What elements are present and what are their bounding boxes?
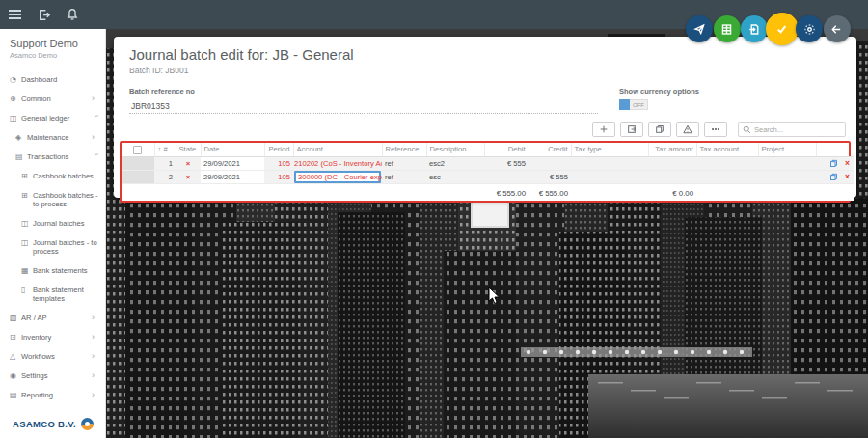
import-button[interactable] bbox=[620, 122, 643, 137]
date-cell[interactable]: 29/09/2021 bbox=[201, 170, 264, 183]
sidebar-item-ar-ap[interactable]: ▧AR / AP› bbox=[0, 308, 105, 327]
credit-cell[interactable]: € 555 bbox=[529, 170, 571, 183]
bell-icon[interactable] bbox=[58, 0, 87, 29]
row-number: 2 bbox=[154, 170, 176, 183]
sidebar-item-label: Journal batches bbox=[33, 219, 99, 228]
search-input[interactable] bbox=[754, 125, 841, 134]
arap-icon: ▧ bbox=[10, 314, 21, 322]
account-dropdown[interactable]: 300000 (DC - Courier expense...▾ bbox=[294, 171, 381, 183]
back-button[interactable] bbox=[824, 15, 851, 42]
tax-amount-cell[interactable] bbox=[648, 156, 696, 170]
col-header-account[interactable]: Account bbox=[293, 143, 382, 156]
copy-row-icon[interactable] bbox=[829, 159, 838, 168]
sidebar-item-label: Dashboard bbox=[21, 75, 99, 84]
export-doc-button[interactable] bbox=[741, 15, 768, 42]
col-header-debit[interactable]: Debit bbox=[484, 143, 529, 156]
col-header-tax-type[interactable]: Tax type bbox=[571, 143, 648, 156]
col-header-tax-account[interactable]: Tax account bbox=[696, 143, 758, 156]
tax-type-cell[interactable] bbox=[571, 170, 648, 183]
sidebar-item-reporting[interactable]: ▤Reporting› bbox=[0, 385, 105, 404]
sidebar-item-bank-statements[interactable]: ▦Bank statements bbox=[0, 260, 105, 280]
warnings-button[interactable] bbox=[676, 122, 699, 137]
sidebar-item-label: Settings bbox=[21, 371, 92, 380]
col-header--#[interactable]: ↑ # bbox=[154, 143, 176, 156]
sidebar-item-journal-batches-to-process[interactable]: ◫Journal batches - to process bbox=[0, 233, 105, 260]
sidebar-item-dashboard[interactable]: ◔Dashboard bbox=[0, 69, 105, 89]
grid-totals-row: € 555.00€ 555.00€ 0.00 bbox=[122, 183, 854, 201]
currency-toggle-label: Show currency options bbox=[619, 87, 699, 96]
description-cell[interactable]: esc2 bbox=[426, 156, 484, 170]
period-cell[interactable]: 105 bbox=[264, 170, 293, 183]
delete-row-icon[interactable]: × bbox=[845, 173, 850, 180]
period-cell[interactable]: 105 bbox=[264, 156, 293, 170]
sidebar-item-common[interactable]: ⊕Common› bbox=[0, 89, 105, 108]
col-header-tax-amount[interactable]: Tax amount bbox=[648, 143, 696, 156]
credit-cell[interactable] bbox=[529, 156, 571, 170]
row-select-cell[interactable] bbox=[122, 156, 154, 170]
row-select-cell[interactable] bbox=[122, 170, 154, 183]
delete-row-icon[interactable]: × bbox=[845, 159, 850, 167]
tax-account-cell[interactable] bbox=[696, 170, 758, 183]
toggle-knob[interactable] bbox=[619, 99, 630, 110]
col-header-project[interactable]: Project bbox=[758, 143, 816, 156]
sidebar-item-maintenance[interactable]: ◈Maintenance› bbox=[0, 127, 105, 147]
chevron-right-icon: › bbox=[92, 314, 99, 322]
col-header-state[interactable]: State bbox=[176, 143, 201, 156]
reporting-icon: ▤ bbox=[10, 391, 21, 399]
account-cell[interactable]: 300000 (DC - Courier expense...▾ bbox=[293, 170, 382, 183]
export-sheet-button[interactable] bbox=[714, 15, 741, 42]
warning-icon bbox=[683, 124, 692, 134]
sidebar-item-cashbook-batches-to-process[interactable]: ⊞Cashbook batches - to process bbox=[0, 185, 105, 213]
approve-button[interactable] bbox=[766, 13, 799, 45]
chevron-down-icon: › bbox=[92, 152, 100, 160]
template-icon: ▯ bbox=[21, 286, 33, 294]
col-header-actions[interactable] bbox=[816, 143, 854, 156]
reference-cell[interactable]: ref bbox=[382, 156, 426, 170]
col-header-credit[interactable]: Credit bbox=[529, 143, 571, 156]
project-cell[interactable] bbox=[758, 156, 816, 170]
col-header-select[interactable] bbox=[122, 143, 154, 156]
sidebar-item-general-ledger[interactable]: ◫General ledger› bbox=[0, 108, 105, 127]
toggle-state-label: OFF bbox=[630, 99, 648, 110]
reference-cell[interactable]: ref bbox=[382, 170, 426, 183]
arrow-left-icon bbox=[830, 23, 843, 36]
more-button[interactable] bbox=[704, 122, 727, 137]
sidebar-item-label: Inventory bbox=[21, 333, 92, 342]
debit-cell[interactable] bbox=[484, 170, 529, 183]
select-all-checkbox[interactable] bbox=[133, 146, 142, 154]
col-header-date[interactable]: Date bbox=[201, 143, 264, 156]
project-cell[interactable] bbox=[758, 170, 816, 183]
sidebar-item-label: Cashbook batches bbox=[33, 172, 99, 180]
tax-account-cell[interactable] bbox=[696, 156, 758, 170]
sidebar-item-cashbook-batches[interactable]: ⊞Cashbook batches bbox=[0, 166, 105, 185]
menu-icon[interactable] bbox=[0, 0, 29, 29]
col-header-description[interactable]: Description bbox=[426, 143, 484, 156]
app-window: Support Demo Asamco Demo ◔Dashboard⊕Comm… bbox=[0, 0, 868, 438]
batch-reference-input[interactable] bbox=[129, 98, 598, 114]
col-header-reference[interactable]: Reference bbox=[382, 143, 426, 156]
sidebar-item-settings[interactable]: ◉Settings› bbox=[0, 366, 105, 385]
copy-row-icon[interactable] bbox=[829, 173, 838, 181]
sidebar-item-journal-batches[interactable]: ◫Journal batches bbox=[0, 213, 105, 233]
add-row-button[interactable] bbox=[592, 122, 615, 137]
col-header-period[interactable]: Period bbox=[264, 143, 293, 156]
account-cell[interactable]: 210202 (CoS - Inventory Adjustm... bbox=[293, 156, 382, 170]
sidebar-item-transactions[interactable]: ▤Transactions› bbox=[0, 147, 105, 166]
send-button[interactable] bbox=[686, 15, 713, 42]
description-cell[interactable]: esc bbox=[426, 170, 484, 183]
duplicate-button[interactable] bbox=[648, 122, 671, 137]
currency-toggle[interactable]: OFF bbox=[619, 99, 648, 110]
tax-type-cell[interactable] bbox=[571, 156, 648, 170]
settings-button[interactable] bbox=[796, 15, 823, 42]
grid-toolbar bbox=[119, 122, 846, 137]
sidebar-item-bank-statement-templates[interactable]: ▯Bank statement templates bbox=[0, 280, 105, 308]
sidebar-item-inventory[interactable]: ⊡Inventory› bbox=[0, 327, 105, 346]
sidebar-item-workflows[interactable]: △Workflows› bbox=[0, 346, 105, 366]
date-cell[interactable]: 29/09/2021 bbox=[201, 156, 264, 170]
debit-cell[interactable]: € 555 bbox=[484, 156, 529, 170]
gear-icon bbox=[803, 23, 816, 36]
tax-amount-cell[interactable] bbox=[648, 170, 696, 183]
sidebar-item-label: Maintenance bbox=[27, 133, 92, 142]
logout-icon[interactable] bbox=[29, 0, 58, 29]
chevron-down-icon: › bbox=[92, 114, 100, 122]
